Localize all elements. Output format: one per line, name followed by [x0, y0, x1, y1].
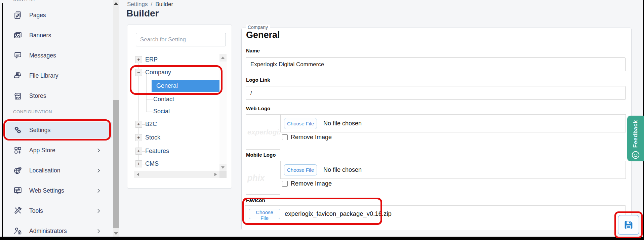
mobile-logo-remove-checkbox[interactable]	[282, 181, 288, 187]
scroll-left-icon[interactable]	[137, 173, 139, 176]
web-logo-remove-label: Remove Image	[291, 134, 332, 141]
sidebar-item-web-settings[interactable]: Web Settings	[3, 181, 113, 201]
smiley-icon	[631, 151, 640, 159]
tree-item-erp[interactable]: ERP	[145, 56, 158, 63]
tree-item-stock[interactable]: Stock	[145, 134, 160, 141]
breadcrumb: Settings/Builder	[127, 1, 173, 8]
tree-item-b2c[interactable]: B2C	[145, 121, 157, 128]
tree-expander-stock[interactable]: +	[135, 134, 142, 141]
sidebar-item-settings[interactable]: Settings	[3, 120, 113, 140]
save-button[interactable]	[618, 215, 639, 235]
breadcrumb-settings[interactable]: Settings	[127, 1, 148, 7]
banners-icon	[13, 31, 23, 40]
sidebar-item-label: Web Settings	[29, 187, 64, 194]
tree-scroll-up[interactable]	[219, 54, 227, 62]
tree-item-company[interactable]: Company	[145, 69, 171, 76]
sidebar-item-localisation[interactable]: Localisation	[3, 160, 113, 181]
favicon-choose-file-button[interactable]: Choose File	[249, 209, 280, 219]
chevron-right-icon	[96, 208, 102, 214]
web-logo-file-row: Choose File No file chosen	[280, 114, 626, 132]
name-label: Name	[246, 48, 260, 53]
sidebar-scrollbar[interactable]	[113, 0, 119, 237]
sidebar-item-label: Stores	[29, 92, 46, 99]
web-settings-icon	[13, 186, 23, 195]
scroll-up-icon[interactable]	[114, 2, 118, 5]
tree-item-features[interactable]: Features	[145, 148, 169, 155]
section-heading: General	[246, 30, 280, 40]
tree-connector-line	[142, 124, 145, 125]
page-title: Builder	[126, 8, 159, 19]
fieldset-legend: Company	[246, 25, 270, 30]
name-input[interactable]	[246, 57, 626, 71]
tree-connector-line	[146, 99, 153, 100]
sidebar-item-tools[interactable]: Tools	[3, 201, 113, 221]
tree-expander-features[interactable]: +	[135, 148, 142, 155]
web-logo-preview: experlogix	[246, 114, 280, 150]
search-input[interactable]	[136, 33, 226, 46]
tree-vertical-scrollbar[interactable]	[219, 54, 227, 171]
frame-border-bottom	[0, 237, 644, 240]
web-logo-remove-checkbox[interactable]	[282, 134, 288, 140]
mobile-logo-file-row: Choose File No file chosen	[280, 161, 626, 179]
settings-icon	[13, 125, 23, 135]
sidebar-item-messages[interactable]: Messages	[3, 45, 113, 66]
tree-connector-line	[142, 164, 145, 164]
tree-connector-line	[146, 73, 147, 112]
breadcrumb-separator: /	[151, 1, 152, 7]
tree-item-cms[interactable]: CMS	[145, 160, 159, 167]
file-library-icon	[13, 71, 23, 80]
tree-connector-line	[142, 60, 145, 60]
sidebar-item-stores[interactable]: Stores	[3, 86, 113, 106]
web-logo-label: Web Logo	[246, 106, 270, 111]
sidebar-item-label: Administrators	[29, 228, 67, 235]
chevron-right-icon	[96, 148, 102, 153]
tree-expander-company[interactable]: −	[135, 69, 142, 76]
tree-horizontal-scrollbar[interactable]	[134, 171, 219, 178]
scroll-right-icon[interactable]	[214, 173, 217, 176]
sidebar-item-app-store[interactable]: App Store	[3, 140, 113, 160]
sidebar-item-banners[interactable]: Banners	[3, 25, 113, 45]
mobile-logo-watermark: phix	[247, 173, 265, 183]
company-form-panel: Company General Name Logo Link Web Logo …	[241, 28, 632, 230]
sidebar-item-file-library[interactable]: File Library	[3, 66, 113, 86]
feedback-tab[interactable]: Feedback	[627, 116, 644, 161]
mobile-logo-choose-file-button[interactable]: Choose File	[284, 164, 317, 175]
sidebar-item-label: App Store	[29, 147, 55, 154]
sidebar-section-label-configuration: CONFIGURATION	[13, 109, 113, 115]
tree-expander-erp[interactable]: +	[135, 56, 142, 63]
floppy-disk-icon	[623, 219, 634, 231]
web-logo-choose-file-button[interactable]: Choose File	[284, 118, 317, 129]
sidebar-scrollbar-thumb[interactable]	[113, 100, 119, 228]
scroll-down-icon[interactable]	[114, 232, 118, 235]
divider	[319, 116, 319, 131]
tree-expander-b2c[interactable]: +	[135, 121, 142, 128]
stores-icon	[13, 91, 23, 101]
sidebar-item-label: Pages	[29, 12, 46, 19]
chevron-right-icon	[96, 168, 102, 173]
web-logo-watermark: experlogix	[247, 128, 280, 136]
tree-item-social[interactable]: Social	[153, 108, 170, 115]
scroll-up-icon	[221, 56, 225, 59]
sidebar-item-label: Banners	[29, 32, 51, 39]
favicon-label: Favicon	[246, 197, 265, 203]
sidebar-section-label-content: CONTENT	[13, 0, 113, 3]
divider	[319, 162, 319, 177]
sidebar-item-pages[interactable]: Pages	[3, 5, 113, 25]
web-logo-file-status: No file chosen	[323, 115, 362, 132]
frame-border-left	[2, 3, 3, 240]
tree-connector-line	[142, 151, 145, 152]
sidebar: CONTENTPagesBannersMessagesFile LibraryS…	[3, 0, 113, 237]
tree-item-contact[interactable]: Contact	[153, 96, 174, 103]
chevron-right-icon	[96, 228, 102, 234]
scroll-down-icon	[221, 166, 225, 169]
favicon-file-row: Choose File experlogix_favicon_package_v…	[245, 205, 626, 222]
sidebar-item-label: Tools	[29, 207, 43, 214]
settings-tree-panel: +ERP−CompanyGeneralContactSocial+B2C+Sto…	[127, 25, 232, 189]
tree-scroll-down[interactable]	[219, 164, 227, 171]
administrators-icon	[13, 226, 23, 236]
logo-link-input[interactable]	[246, 86, 626, 100]
app-store-icon	[13, 146, 23, 155]
mobile-logo-label: Mobile Logo	[246, 152, 276, 158]
tree-expander-cms[interactable]: +	[135, 160, 142, 167]
tree-item-general-selected[interactable]: General	[152, 80, 220, 92]
